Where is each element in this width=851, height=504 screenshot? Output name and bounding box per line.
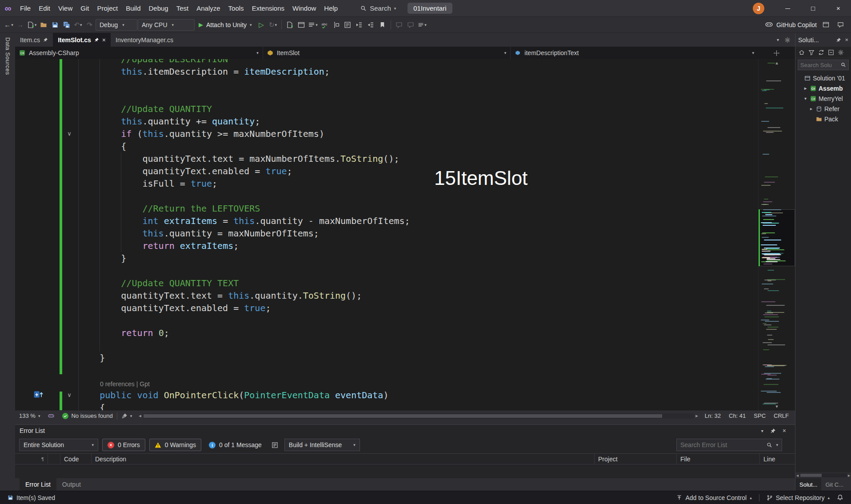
minimap-scrollbar[interactable]: ▴ ▾ xyxy=(758,59,795,410)
tree-item-solution-01[interactable]: Solution '01 xyxy=(795,73,851,83)
menu-build[interactable]: Build xyxy=(122,0,144,16)
split-window-icon[interactable] xyxy=(773,50,780,56)
home-icon[interactable] xyxy=(799,49,805,56)
health-indicator[interactable]: No issues found xyxy=(58,411,116,421)
scroll-left-icon[interactable]: ◂ xyxy=(796,473,799,478)
scroll-down-icon[interactable]: ▾ xyxy=(759,404,795,409)
line-indicator[interactable]: Ln: 32 xyxy=(701,411,725,421)
github-copilot-icon[interactable] xyxy=(765,21,773,28)
tree-expander-icon[interactable]: ▸ xyxy=(803,86,808,91)
tab-Item.cs[interactable]: Item.cs xyxy=(15,33,53,47)
column-header[interactable]: Project xyxy=(595,454,677,464)
add-new-item-icon[interactable]: ▾ xyxy=(26,19,37,31)
close-panel-icon[interactable]: × xyxy=(845,36,848,43)
row-handle-column[interactable]: ¶ xyxy=(15,454,48,464)
project-dropdown[interactable]: Assembly-CSharp▾ xyxy=(15,47,263,59)
close-tab-icon[interactable]: × xyxy=(102,36,106,44)
tree-item-assemb[interactable]: ▸Assemb xyxy=(795,83,851,93)
code-cleanup-icon[interactable]: ▾ xyxy=(117,411,136,421)
menu-git[interactable]: Git xyxy=(76,0,93,16)
menu-tools[interactable]: Tools xyxy=(224,0,248,16)
maximize-button[interactable]: □ xyxy=(800,0,826,16)
pin-icon[interactable] xyxy=(770,428,776,434)
spaces-indicator[interactable]: SPC xyxy=(750,411,770,421)
spell-check-icon[interactable] xyxy=(319,19,330,31)
sync-with-active-document-icon[interactable] xyxy=(818,49,824,56)
tab-git-changes[interactable]: Git C... xyxy=(821,478,847,491)
tab-InventoryManager.cs[interactable]: InventoryManager.cs xyxy=(111,33,178,47)
tab-ItemSlot.cs[interactable]: ItemSlot.cs× xyxy=(53,33,111,47)
open-file-icon[interactable] xyxy=(38,19,49,31)
scroll-up-icon[interactable]: ▴ xyxy=(759,60,795,66)
active-files-dropdown-icon[interactable]: ▾ xyxy=(777,37,779,42)
pin-icon[interactable] xyxy=(836,37,841,43)
uncomment-icon[interactable] xyxy=(405,19,416,31)
outlining-collapse-icon[interactable]: ∨ xyxy=(64,128,75,140)
close-panel-icon[interactable]: × xyxy=(783,427,786,434)
tree-item-pack[interactable]: Pack xyxy=(795,114,851,124)
minimize-button[interactable]: ─ xyxy=(775,0,800,16)
menu-debug[interactable]: Debug xyxy=(145,0,172,16)
attach-to-unity-button[interactable]: ▶ Attach to Unity ▾ xyxy=(195,19,256,31)
menu-edit[interactable]: Edit xyxy=(35,0,54,16)
save-all-icon[interactable] xyxy=(61,19,72,31)
quick-info-icon[interactable] xyxy=(284,19,296,31)
messages-filter-button[interactable]: i 0 of 1 Message xyxy=(205,439,265,451)
filter-icon[interactable] xyxy=(808,49,815,56)
menu-analyze[interactable]: Analyze xyxy=(192,0,224,16)
margin-glyph-icon[interactable] xyxy=(34,391,44,398)
collapse-all-icon[interactable] xyxy=(828,49,834,56)
codelens-indicator[interactable]: 0 references | Gpt xyxy=(78,376,758,389)
copilot-status-icon[interactable] xyxy=(44,411,58,421)
column-header[interactable]: Line xyxy=(760,454,795,464)
data-sources-tab[interactable]: Data Sources xyxy=(4,37,11,75)
view-options-icon[interactable]: ▾ xyxy=(308,19,319,31)
menu-test[interactable]: Test xyxy=(172,0,193,16)
redo-icon[interactable]: ↷ xyxy=(84,19,95,31)
code-editor[interactable]: //Update DESCRIPTION this.itemDescriptio… xyxy=(78,59,758,410)
navigate-back-icon[interactable]: ←▾ xyxy=(3,19,14,31)
errors-filter-button[interactable]: × 0 Errors xyxy=(102,439,145,451)
member-dropdown[interactable]: itemDescriptionText▾ xyxy=(511,47,758,59)
feedback-icon[interactable] xyxy=(835,19,846,31)
search-control[interactable]: Search ▾ xyxy=(360,4,396,12)
error-list-search-input[interactable] xyxy=(680,441,763,448)
warnings-filter-button[interactable]: 0 Warnings xyxy=(149,439,201,451)
window-position-icon[interactable]: ▾ xyxy=(761,428,763,433)
increase-indent-icon[interactable] xyxy=(365,19,376,31)
scrollbar-thumb[interactable] xyxy=(144,414,662,418)
solution-configurations-dropdown[interactable]: Debug▾ xyxy=(96,19,137,31)
menu-view[interactable]: View xyxy=(54,0,76,16)
add-to-source-control-button[interactable]: Add to Source Control ▴ xyxy=(674,494,754,501)
menu-file[interactable]: File xyxy=(16,0,35,16)
member-list-icon[interactable] xyxy=(342,19,353,31)
panel-horizontal-scrollbar[interactable]: ◂ ▸ xyxy=(795,472,851,478)
editor-surface[interactable]: ∨ ∨ //Update DESCRIPTION this.itemDescri… xyxy=(15,59,758,410)
gear-icon[interactable] xyxy=(838,49,844,56)
comment-icon[interactable] xyxy=(394,19,405,31)
tree-item-refer[interactable]: ▸Refer xyxy=(795,104,851,114)
navigate-forward-icon[interactable]: → xyxy=(15,19,26,31)
outlining-collapse-icon[interactable]: ∨ xyxy=(64,389,75,401)
column-header[interactable]: Code xyxy=(60,454,92,464)
preview-window-icon[interactable] xyxy=(296,19,307,31)
live-share-icon[interactable] xyxy=(820,19,831,31)
hot-reload-icon[interactable]: ↻▾ xyxy=(268,19,279,31)
tree-item-merryyel[interactable]: ▾MerryYel xyxy=(795,93,851,104)
start-without-debugging-icon[interactable]: ▷ xyxy=(256,19,267,31)
scroll-left-icon[interactable]: ◂ xyxy=(139,413,141,419)
undo-icon[interactable]: ↶▾ xyxy=(72,19,84,31)
tab-output[interactable]: Output xyxy=(56,478,87,491)
error-source-dropdown[interactable]: Build + IntelliSense▾ xyxy=(284,439,360,451)
menu-extensions[interactable]: Extensions xyxy=(248,0,288,16)
column-indicator[interactable]: Ch: 41 xyxy=(725,411,750,421)
error-list-search[interactable]: ▾ xyxy=(676,439,782,451)
scrollbar-thumb[interactable] xyxy=(800,474,822,477)
gear-icon[interactable] xyxy=(784,37,791,43)
type-dropdown[interactable]: ItemSlot▾ xyxy=(263,47,511,59)
panel-splitter[interactable] xyxy=(15,421,795,424)
notifications-bell-icon[interactable] xyxy=(834,494,846,501)
scroll-right-icon[interactable]: ▸ xyxy=(695,413,698,419)
tab-solution-explorer[interactable]: Solut... xyxy=(795,478,821,491)
details-icon[interactable] xyxy=(269,439,280,451)
